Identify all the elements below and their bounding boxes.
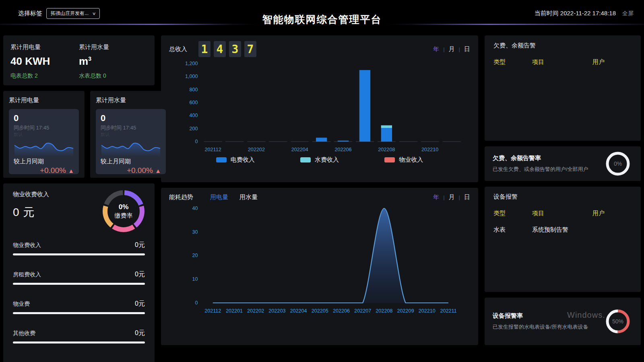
col-project: 项目 (532, 210, 592, 217)
legend-label: 电费收入 (231, 156, 255, 164)
svg-text:202204: 202204 (290, 308, 307, 314)
svg-text:202207: 202207 (354, 308, 371, 314)
tab-day[interactable]: 日 (464, 45, 470, 53)
chart-legend: 电费收入 水费收入 物业收入 (169, 156, 470, 164)
row-label: 物业费收入 (13, 242, 41, 249)
tab-month[interactable]: 月 (449, 193, 455, 201)
balance-alerts-title: 欠费、余额告警 (493, 42, 632, 49)
payment-rate-donut: 0% 缴费率 (101, 189, 146, 233)
svg-text:30: 30 (192, 229, 198, 235)
legend-item-water[interactable]: 水费收入 (300, 156, 339, 164)
svg-text:800: 800 (190, 87, 198, 93)
balance-alert-rate-title: 欠费、余额告警率 (493, 154, 605, 162)
svg-text:0: 0 (195, 300, 198, 306)
svg-text:202206: 202206 (334, 147, 351, 152)
electric-summary: 累计用电量 40 KWH 电表总数 2 (10, 43, 79, 80)
svg-text:202206: 202206 (333, 308, 350, 314)
current-time: 当前时间 2022-11-22 17:48:18 (535, 10, 616, 17)
up-triangle-icon: ▲ (155, 167, 161, 174)
svg-text:202210: 202210 (421, 147, 438, 152)
water-usage-card: 累计用水量 0 同步时间 17:45 默认 较上月同期 +0.00% ▲ (90, 91, 171, 178)
time-value: 2022-11-22 17:48:18 (560, 10, 616, 16)
water-summary: 累计用水量 m3 水表总数 0 (79, 43, 147, 80)
sparkline-chart (14, 138, 74, 156)
legend-label: 水费收入 (315, 156, 339, 164)
card-title: 累计用电量 (9, 97, 79, 104)
period-tabs: 年| 月| 日 (433, 45, 470, 53)
counter-digit: 4 (214, 41, 226, 57)
svg-text:200: 200 (190, 126, 198, 132)
card-title: 累计用水量 (96, 97, 166, 104)
left-column: 累计用电量 40 KWH 电表总数 2 累计用水量 m3 水表总数 0 累计用电… (3, 35, 155, 345)
balance-alert-rate-subtitle: 已发生欠费、或余额告警的用户/全部用户 (493, 166, 605, 173)
property-income-panel: 物业收费收入 0 元 0% 缴费率 物业费收入0元 房租费收入0元 (3, 183, 155, 362)
tab-day[interactable]: 日 (464, 193, 470, 201)
tab-electric-usage[interactable]: 用电量 (210, 193, 228, 201)
svg-text:600: 600 (190, 100, 198, 105)
legend-item-property[interactable]: 物业收入 (384, 156, 423, 164)
fullscreen-button[interactable]: 全屏 (622, 10, 634, 17)
row-label: 房租费收入 (13, 271, 41, 278)
col-user: 用户 (592, 58, 632, 66)
progress-bar (13, 283, 145, 285)
col-type: 类型 (493, 210, 532, 217)
time-label: 当前时间 (535, 10, 559, 16)
period-tabs: 年| 月| 日 (433, 193, 470, 201)
svg-text:40: 40 (192, 206, 198, 211)
row-value: 0元 (135, 241, 145, 249)
device-alarm-panel: 设备报警 类型 项目 用户 水表 系统预制告警 (485, 187, 641, 292)
total-income-panel: 总收入 1 4 3 7 年| 月| 日 02004006008001,0001,… (161, 35, 478, 182)
payment-rate-label: 缴费率 (115, 212, 133, 220)
income-breakdown-list: 物业费收入0元 房租费收入0元 物业费0元 其他收费0元 (13, 241, 145, 343)
cell-user (592, 226, 632, 234)
svg-text:202209: 202209 (397, 308, 414, 314)
col-type: 类型 (493, 58, 532, 66)
svg-text:202208: 202208 (376, 308, 392, 314)
faint-label: 默认 (101, 132, 161, 138)
compare-value: +0.00% ▲ (101, 166, 161, 175)
table-header: 类型 项目 用户 (493, 210, 632, 217)
balance-alert-rate-donut: 0% (605, 151, 630, 176)
income-counter: 1 4 3 7 (198, 41, 256, 57)
list-item: 房租费收入0元 (13, 270, 145, 285)
usage-cards-row: 累计用电量 0 同步时间 17:45 默认 较上月同期 +0.00% ▲ 累计用… (3, 91, 155, 178)
progress-bar (13, 341, 145, 343)
balance-alert-rate-percent: 0% (614, 160, 622, 167)
row-value: 0元 (135, 300, 145, 308)
table-row: 水表 系统预制告警 (493, 226, 632, 234)
legend-label: 物业收入 (399, 156, 423, 164)
counter-digit: 7 (244, 41, 256, 57)
sync-time: 同步时间 17:45 (14, 124, 74, 132)
dashboard: 累计用电量 40 KWH 电表总数 2 累计用水量 m3 水表总数 0 累计用电… (0, 35, 644, 345)
legend-swatch (216, 157, 227, 162)
svg-text:202203: 202203 (268, 308, 285, 314)
tab-water-usage[interactable]: 用水量 (239, 193, 258, 201)
counter-digit: 3 (229, 41, 241, 57)
energy-area-chart: 0102030402021122022012022022022032022042… (169, 201, 470, 316)
progress-bar (13, 253, 145, 255)
svg-text:1,200: 1,200 (185, 61, 198, 66)
balance-alerts-panel: 欠费、余额告警 类型 项目 用户 (485, 35, 641, 141)
card-value: 0 (14, 113, 74, 123)
right-column: 欠费、余额告警 类型 项目 用户 欠费、余额告警率 已发生欠费、或余额告警的用户… (485, 35, 641, 345)
tab-year[interactable]: 年 (433, 193, 439, 201)
svg-text:0: 0 (195, 139, 198, 144)
svg-text:202204: 202204 (291, 147, 308, 152)
header: 选择标签 拓强山庄开发有... ∨ 智能物联网综合管理平台 当前时间 2022-… (0, 0, 644, 35)
tab-month[interactable]: 月 (449, 45, 455, 53)
compare-value: +0.00% ▲ (14, 166, 74, 175)
col-project: 项目 (532, 58, 592, 66)
row-label: 其他收费 (13, 330, 35, 337)
svg-text:202112: 202112 (205, 147, 221, 152)
cell-type: 水表 (493, 226, 532, 234)
up-triangle-icon: ▲ (68, 167, 74, 174)
legend-item-electric[interactable]: 电费收入 (216, 156, 255, 164)
svg-text:202201: 202201 (226, 308, 243, 314)
device-alarm-rate-title: 设备报警率 (493, 312, 605, 320)
income-bar-chart: 02004006008001,0001,20020211220220220220… (169, 57, 470, 155)
total-income-title: 总收入 (169, 45, 187, 53)
svg-text:202112: 202112 (204, 308, 221, 314)
tab-year[interactable]: 年 (433, 45, 439, 53)
col-user: 用户 (592, 210, 632, 217)
cell-project: 系统预制告警 (532, 226, 592, 234)
